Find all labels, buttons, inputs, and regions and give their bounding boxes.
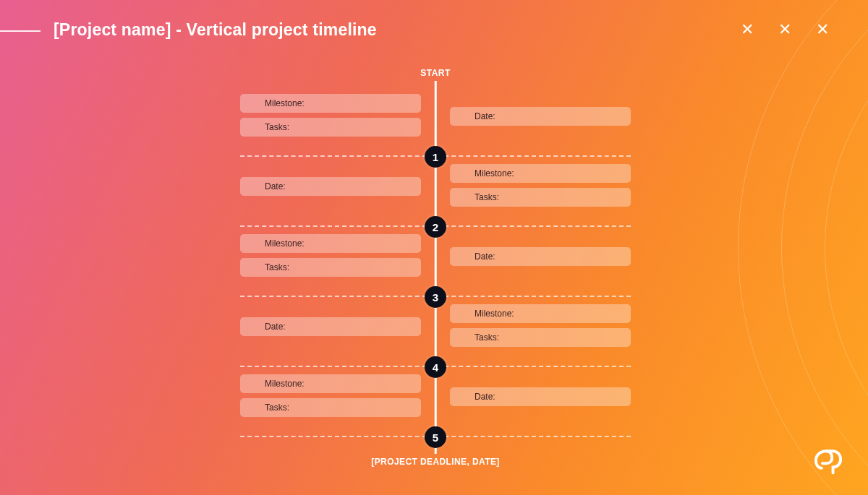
date-label: Date: [475,251,495,262]
milestone-field[interactable]: Milestone: [450,304,631,323]
tasks-field[interactable]: Tasks: [450,188,631,207]
section-left-column: Date: [240,317,421,336]
date-label: Date: [475,111,495,121]
section-right-column: Date: [450,387,631,406]
timeline-section: Milestone:Tasks:Date:5 [240,367,631,437]
section-left-column: Date: [240,177,421,196]
calendar-icon [457,111,469,122]
decorative-crosses: ✕ ✕ ✕ [741,20,839,39]
tasks-label: Tasks: [475,332,499,343]
milestone-field[interactable]: Milestone: [240,94,421,113]
calendar-icon [457,391,469,403]
tasks-field[interactable]: Tasks: [240,118,421,137]
clipboard-icon [457,332,469,343]
header-accent-line [0,30,41,32]
timeline-section: Date:Milestone:Tasks:4 [240,297,631,367]
milestone-field[interactable]: Milestone: [240,374,421,393]
timeline-section: Milestone:Tasks:Date:3 [240,227,631,297]
milestone-label: Milestone: [265,379,305,389]
date-field[interactable]: Date: [240,317,421,336]
date-field[interactable]: Date: [240,177,421,196]
clipboard-icon [247,121,259,133]
timeline-node: 5 [425,426,446,448]
date-field[interactable]: Date: [450,107,631,126]
timeline-section: Milestone:Tasks:Date:1 [240,87,631,157]
calendar-icon [457,251,469,262]
section-left-column: Milestone:Tasks: [240,234,421,277]
page-title: [Project name] - Vertical project timeli… [54,20,377,40]
timeline-section: Date:Milestone:Tasks:2 [240,157,631,227]
date-label: Date: [265,322,286,332]
date-field[interactable]: Date: [450,387,631,406]
tasks-field[interactable]: Tasks: [240,398,421,417]
signpost-icon [457,308,469,319]
milestone-label: Milestone: [475,168,514,178]
signpost-icon [247,98,259,109]
tasks-label: Tasks: [265,262,289,272]
tasks-label: Tasks: [265,403,289,413]
signpost-icon [247,378,259,389]
section-right-column: Date: [450,107,631,126]
calendar-icon [247,321,259,332]
signpost-icon [247,238,259,249]
milestone-label: Milestone: [475,309,514,319]
date-label: Date: [475,392,495,402]
section-left-column: Milestone:Tasks: [240,374,421,417]
section-right-column: Milestone:Tasks: [450,164,631,207]
section-right-column: Date: [450,247,631,266]
date-field[interactable]: Date: [450,247,631,266]
slide-canvas: [Project name] - Vertical project timeli… [0,0,868,495]
brand-logo [813,444,843,478]
section-right-column: Milestone:Tasks: [450,304,631,347]
date-label: Date: [265,181,286,191]
tasks-field[interactable]: Tasks: [450,328,631,347]
tasks-label: Tasks: [475,192,499,202]
section-left-column: Milestone:Tasks: [240,94,421,137]
tasks-label: Tasks: [265,122,289,132]
milestone-label: Milestone: [265,98,305,108]
tasks-field[interactable]: Tasks: [240,258,421,277]
timeline: START Milestone:Tasks:Date:1Date:Milesto… [240,68,631,458]
milestone-label: Milestone: [265,238,305,249]
signpost-icon [457,168,469,179]
timeline-start-label: START [420,68,451,78]
timeline-node-number: 5 [433,431,438,444]
clipboard-icon [457,191,469,203]
clipboard-icon [247,262,259,273]
milestone-field[interactable]: Milestone: [240,234,421,253]
milestone-field[interactable]: Milestone: [450,164,631,183]
calendar-icon [247,181,259,192]
clipboard-icon [247,402,259,413]
timeline-deadline-label: [PROJECT DEADLINE, DATE] [371,457,499,467]
